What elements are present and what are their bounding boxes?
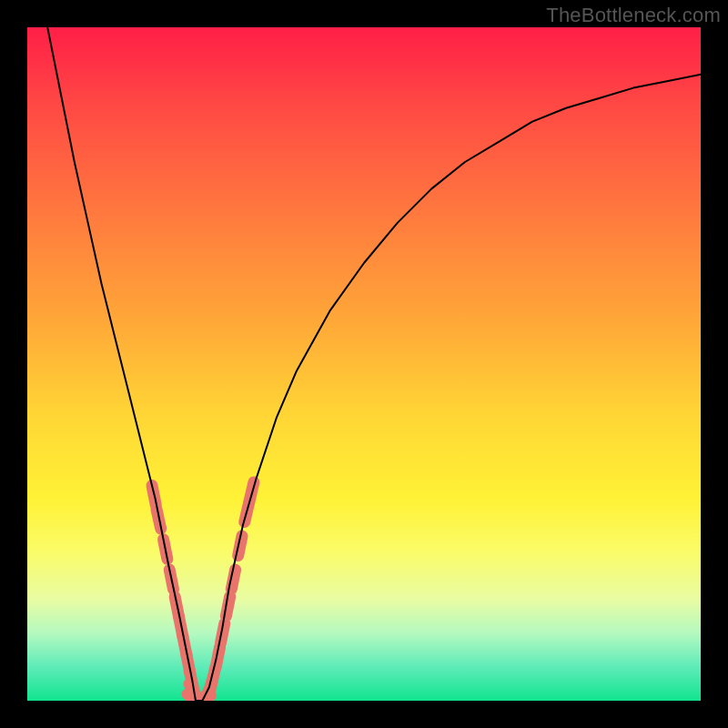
bottleneck-curve — [47, 27, 701, 701]
watermark-text: TheBottleneck.com — [546, 4, 721, 27]
curve-svg — [27, 27, 701, 701]
plot-area — [27, 27, 701, 701]
marker-group — [152, 482, 254, 701]
chart-frame: TheBottleneck.com — [0, 0, 728, 728]
